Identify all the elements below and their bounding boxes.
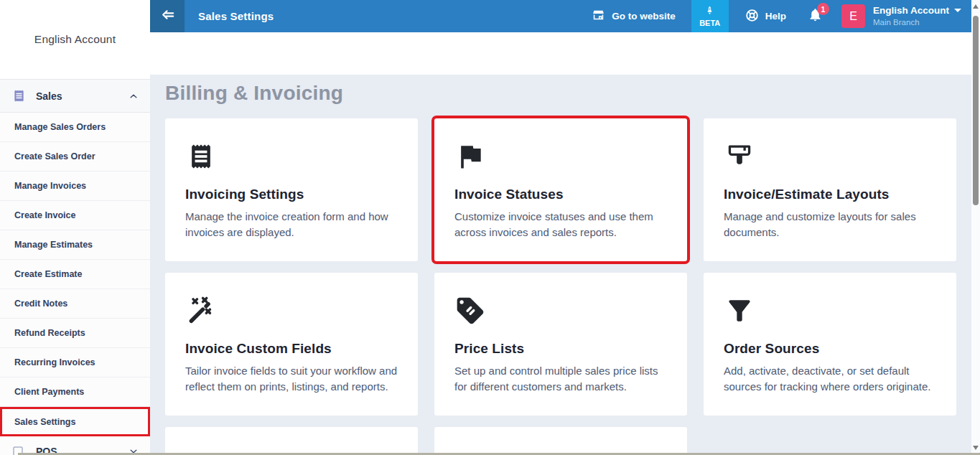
card-description: Manage the invoice creation form and how… — [185, 209, 398, 240]
sidebar-item[interactable]: Create Sales Order — [0, 142, 150, 172]
sidebar-item-label: Manage Sales Orders — [14, 122, 106, 132]
card-description: Customize invoice statuses and use them … — [454, 209, 667, 240]
card-title: Invoicing Settings — [185, 187, 398, 202]
storefront-icon — [591, 8, 612, 25]
scroll-down-arrow-icon[interactable] — [973, 446, 979, 450]
cards-grid: Invoicing SettingsManage the invoice cre… — [165, 118, 956, 455]
sidebar-item-label: Recurring Invoices — [14, 357, 95, 367]
account-name: English Account — [873, 5, 949, 17]
sidebar-item-highlighted[interactable]: Sales Settings — [0, 407, 150, 436]
sidebar-item[interactable]: Client Payments — [0, 377, 150, 407]
settings-card-partial[interactable] — [434, 427, 687, 455]
beta-label: BETA — [699, 19, 720, 27]
settings-card[interactable]: Invoice StatusesCustomize invoice status… — [434, 118, 687, 261]
collapse-arrow-icon — [159, 6, 176, 26]
chevron-down-icon — [954, 9, 961, 12]
paint-brush-icon — [724, 141, 755, 172]
sidebar-item-label: Client Payments — [14, 387, 84, 397]
main-area: Billing & Invoicing Invoicing SettingsMa… — [150, 32, 971, 455]
sidebar-item[interactable]: Refund Receipts — [0, 319, 150, 348]
sidebar-section-label: Sales — [36, 90, 129, 102]
sidebar-item-label: Create Invoice — [14, 210, 75, 220]
invoice-icon — [11, 88, 27, 103]
collapse-sidebar-button[interactable] — [150, 0, 185, 32]
magic-wand-icon — [185, 295, 217, 327]
sidebar-item[interactable]: Recurring Invoices — [0, 348, 150, 377]
vertical-scrollbar[interactable] — [971, 0, 980, 455]
sidebar-account-name: English Account — [0, 0, 150, 79]
sidebar-item[interactable]: Create Estimate — [0, 260, 150, 289]
help-label: Help — [765, 11, 786, 22]
beta-button[interactable]: BETA — [691, 0, 729, 32]
go-to-website-label: Go to website — [612, 11, 676, 22]
top-bar: Sales Settings Go to website — [150, 0, 971, 32]
card-title: Invoice/Estimate Layouts — [724, 187, 936, 202]
breadcrumb-strip — [150, 32, 971, 75]
sidebar-item[interactable]: Manage Sales Orders — [0, 113, 150, 142]
sidebar-item-label: Credit Notes — [14, 299, 67, 309]
go-to-website-button[interactable]: Go to website — [591, 8, 676, 25]
avatar: E — [841, 4, 865, 28]
sidebar-menu-list: Manage Sales OrdersCreate Sales OrderMan… — [0, 113, 150, 436]
sidebar-item[interactable]: Credit Notes — [0, 289, 150, 319]
content-area: Billing & Invoicing Invoicing SettingsMa… — [150, 75, 971, 455]
sidebar-item-label: Refund Receipts — [14, 328, 85, 338]
card-title: Price Lists — [454, 341, 667, 357]
account-menu-button[interactable]: E English Account Main Branch — [841, 4, 971, 28]
help-ring-icon — [745, 8, 765, 25]
sidebar-item-label: Create Estimate — [14, 269, 83, 279]
help-button[interactable]: Help — [745, 8, 786, 25]
sidebar-item-label: Manage Invoices — [14, 181, 86, 191]
card-title: Invoice Statuses — [454, 187, 667, 202]
card-description: Manage and customize layouts for sales d… — [724, 209, 936, 240]
sidebar: English Account Sales Manage Sales Order… — [0, 0, 150, 455]
branch-name: Main Branch — [873, 18, 961, 27]
card-title: Order Sources — [724, 341, 936, 357]
sidebar-item[interactable]: Create Invoice — [0, 201, 150, 230]
settings-card[interactable]: Order SourcesAdd, activate, deactivate, … — [704, 273, 956, 416]
top-bar-actions: Go to website BETA — [591, 0, 971, 32]
notifications-button[interactable]: 1 — [808, 7, 823, 25]
funnel-icon — [724, 295, 755, 327]
settings-card[interactable]: Invoicing SettingsManage the invoice cre… — [165, 118, 418, 261]
flag-icon — [454, 141, 486, 172]
scrollbar-thumb[interactable] — [973, 16, 979, 205]
sidebar-item-label: Manage Estimates — [14, 240, 93, 250]
chevron-up-icon — [129, 91, 139, 101]
notification-badge: 1 — [817, 3, 829, 15]
settings-card[interactable]: Price ListsSet up and control multiple s… — [434, 273, 687, 416]
scroll-up-arrow-icon[interactable] — [973, 4, 979, 9]
sidebar-item[interactable]: Manage Estimates — [0, 230, 150, 260]
sidebar-item[interactable]: Manage Invoices — [0, 172, 150, 201]
card-description: Tailor invoice fields to suit your workf… — [185, 363, 398, 395]
card-title: Invoice Custom Fields — [185, 341, 398, 357]
section-heading: Billing & Invoicing — [165, 82, 956, 105]
sidebar-section-sales[interactable]: Sales — [0, 79, 150, 113]
receipt-icon — [185, 141, 217, 172]
settings-card-partial[interactable] — [165, 427, 418, 455]
sidebar-item-label: Create Sales Order — [14, 151, 95, 161]
page-title: Sales Settings — [198, 10, 274, 22]
card-description: Set up and control multiple sales price … — [454, 363, 667, 395]
settings-card[interactable]: Invoice Custom FieldsTailor invoice fiel… — [165, 273, 418, 416]
settings-card[interactable]: Invoice/Estimate LayoutsManage and custo… — [704, 118, 956, 261]
card-description: Add, activate, deactivate, or set defaul… — [724, 363, 936, 395]
sidebar-item-label: Sales Settings — [14, 417, 75, 427]
app-window: English Account Sales Manage Sales Order… — [0, 0, 980, 455]
price-tag-icon — [454, 295, 486, 327]
rocket-icon — [704, 5, 716, 19]
